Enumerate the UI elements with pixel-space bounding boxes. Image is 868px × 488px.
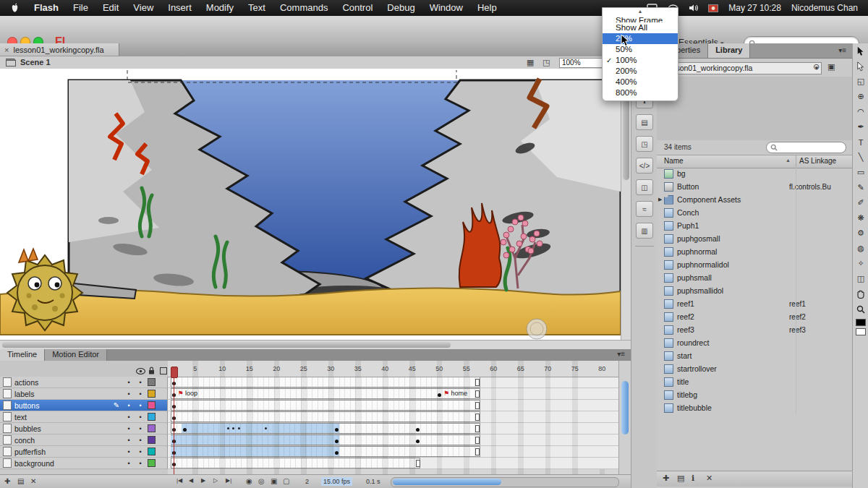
- layer-outline-color[interactable]: [148, 413, 156, 421]
- layer-visibility-dot[interactable]: •: [123, 390, 135, 398]
- menubar-item-window[interactable]: Window: [422, 2, 470, 13]
- line-tool-icon[interactable]: ╲: [853, 150, 868, 165]
- brush-tool-icon[interactable]: ✐: [853, 195, 868, 210]
- menubar-item-debug[interactable]: Debug: [380, 2, 422, 13]
- step-back-button[interactable]: ◀: [189, 477, 193, 484]
- zoom-menu-item-100[interactable]: ✓100%: [603, 55, 678, 66]
- library-item-reef1[interactable]: reef1reef1: [657, 297, 852, 310]
- layer-row-pufferfish[interactable]: pufferfish••: [0, 446, 168, 458]
- menubar-item-insert[interactable]: Insert: [161, 2, 199, 13]
- eye-icon[interactable]: [136, 368, 145, 374]
- deco-tool-icon[interactable]: ❋: [853, 210, 868, 226]
- go-last-frame-button[interactable]: ▶|: [226, 477, 231, 484]
- center-frame-button[interactable]: ◉: [246, 477, 252, 485]
- edit-multiple-frames-button[interactable]: ▢: [283, 477, 289, 485]
- new-library-panel-icon[interactable]: ▣: [827, 62, 835, 72]
- zoom-level-input[interactable]: 100%: [559, 58, 606, 68]
- menu-scroll-up-icon[interactable]: ▲: [603, 8, 678, 14]
- layer-outline-color[interactable]: [148, 448, 156, 455]
- lock-icon[interactable]: [148, 367, 155, 374]
- layer-lock-dot[interactable]: •: [135, 390, 146, 398]
- frame-ruler[interactable]: 15101520253035404550556065707580: [168, 361, 618, 377]
- zoom-tool-icon[interactable]: [853, 301, 868, 317]
- layer-row-actions[interactable]: actions••: [0, 377, 168, 388]
- menubar-item-text[interactable]: Text: [241, 2, 273, 13]
- menubar-item-commands[interactable]: Commands: [273, 2, 335, 13]
- menubar-item-edit[interactable]: Edit: [95, 2, 126, 13]
- layer-lock-dot[interactable]: •: [135, 460, 146, 467]
- edit-symbols-button[interactable]: ◳: [542, 58, 550, 67]
- menubar-username[interactable]: Nicodemus Chan: [791, 3, 858, 13]
- layer-outline-color[interactable]: [148, 390, 156, 398]
- delete-layer-button[interactable]: ✕: [30, 477, 36, 485]
- frame-row-text[interactable]: [168, 411, 618, 423]
- project-panel-icon[interactable]: ▥: [636, 223, 653, 239]
- zoom-menu-item-200[interactable]: 200%: [603, 66, 678, 77]
- column-name[interactable]: Name: [664, 157, 684, 165]
- menubar-item-view[interactable]: View: [126, 2, 161, 13]
- new-folder-button[interactable]: ▤: [17, 477, 24, 485]
- components-panel-icon[interactable]: ◫: [636, 179, 653, 195]
- item-properties-button[interactable]: ℹ: [692, 474, 694, 483]
- hand-tool-icon[interactable]: [853, 286, 868, 301]
- library-item-startrollover[interactable]: startrollover: [657, 362, 852, 375]
- layer-outline-color[interactable]: [148, 378, 156, 386]
- layer-row-conch[interactable]: conch••: [0, 435, 168, 446]
- layer-row-bubbles[interactable]: bubbles••: [0, 423, 168, 435]
- zoom-menu-item-800[interactable]: 800%: [603, 87, 678, 98]
- menubar-item-modify[interactable]: Modify: [199, 2, 241, 13]
- selection-tool-icon[interactable]: [853, 43, 868, 59]
- layer-lock-dot[interactable]: •: [135, 379, 146, 386]
- paint-bucket-tool-icon[interactable]: ◍: [853, 241, 868, 256]
- bone-tool-icon[interactable]: ⚙: [853, 226, 868, 241]
- frame-row-buttons[interactable]: [168, 400, 618, 411]
- library-item-puphnormalidol[interactable]: puphnormalidol: [657, 258, 852, 271]
- library-item-roundrect[interactable]: roundrect: [657, 336, 852, 349]
- library-item-bg[interactable]: bg: [657, 167, 852, 180]
- lasso-tool-icon[interactable]: ◠: [853, 104, 868, 119]
- layer-visibility-dot[interactable]: •: [123, 379, 135, 386]
- eyedropper-tool-icon[interactable]: ✧: [853, 256, 868, 271]
- new-layer-button[interactable]: ✚: [4, 477, 10, 485]
- fill-color-swatch[interactable]: [856, 328, 866, 335]
- code-snippets-panel-icon[interactable]: </>: [636, 158, 653, 174]
- library-item-component-assets[interactable]: ▶Component Assets: [657, 193, 852, 206]
- menubar-item-file[interactable]: File: [66, 2, 95, 13]
- frame-rate-indicator[interactable]: 15.00 fps: [321, 477, 352, 486]
- input-flag-icon[interactable]: [708, 4, 718, 12]
- library-item-reef3[interactable]: reef3reef3: [657, 323, 852, 336]
- layer-visibility-dot[interactable]: •: [123, 414, 135, 421]
- tab-motion-editor[interactable]: Motion Editor: [45, 349, 107, 361]
- layer-row-buttons[interactable]: buttons✎••: [0, 400, 168, 411]
- layer-visibility-dot[interactable]: •: [123, 437, 135, 444]
- current-frame-indicator[interactable]: 2: [305, 477, 309, 486]
- step-forward-button[interactable]: ▷: [213, 477, 218, 484]
- menubar-item-flash[interactable]: Flash: [27, 2, 66, 13]
- zoom-menu-item-25[interactable]: 25%: [603, 33, 678, 44]
- library-item-puphnormal[interactable]: puphnormal: [657, 245, 852, 258]
- layer-lock-dot[interactable]: •: [135, 448, 146, 455]
- delete-item-button[interactable]: ✕: [706, 474, 712, 483]
- apple-menu[interactable]: [0, 3, 27, 14]
- layer-lock-dot[interactable]: •: [135, 414, 146, 421]
- 3d-rotation-tool-icon[interactable]: ⊕: [853, 89, 868, 104]
- text-tool-icon[interactable]: T: [853, 134, 868, 150]
- free-transform-tool-icon[interactable]: ◱: [853, 74, 868, 89]
- volume-icon[interactable]: [689, 4, 698, 12]
- library-document-select[interactable]: lesson01_workingcopy.fla ▼: [663, 62, 822, 74]
- align-panel-icon[interactable]: ▤: [636, 114, 653, 130]
- frame-row-background[interactable]: [168, 458, 618, 469]
- timeline-vertical-scrollbar[interactable]: [618, 361, 631, 474]
- layer-visibility-dot[interactable]: •: [123, 425, 135, 432]
- library-panel-menu-icon[interactable]: ▾≡: [833, 43, 852, 58]
- rectangle-tool-icon[interactable]: ▭: [853, 165, 868, 180]
- outline-color-icon[interactable]: [160, 367, 167, 374]
- eraser-tool-icon[interactable]: ◫: [853, 271, 868, 286]
- zoom-menu-item-50[interactable]: 50%: [603, 44, 678, 55]
- pin-library-icon[interactable]: ⊙: [813, 62, 820, 72]
- layer-outline-color[interactable]: [148, 459, 156, 467]
- layer-row-background[interactable]: background••: [0, 458, 168, 469]
- pencil-tool-icon[interactable]: ✎: [853, 180, 868, 195]
- library-item-puphsmall[interactable]: puphsmall: [657, 271, 852, 284]
- library-item-puph1[interactable]: Puph1: [657, 219, 852, 232]
